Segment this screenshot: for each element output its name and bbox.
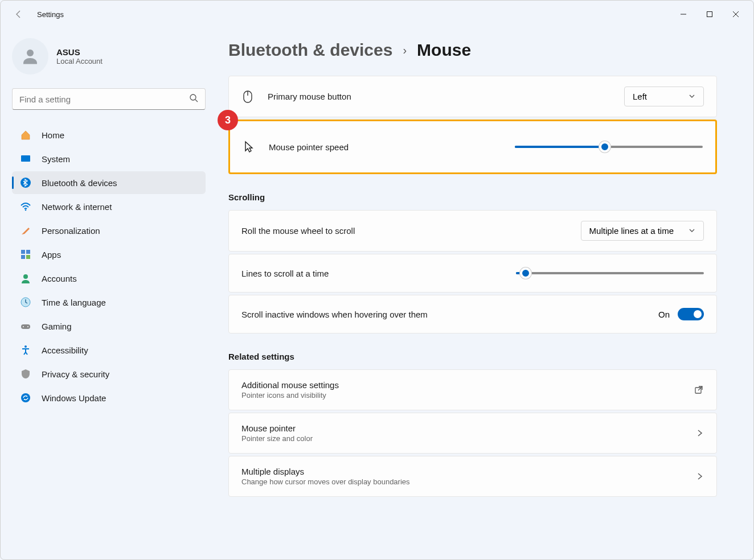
- setting-scroll-lines: Lines to scroll at a time: [228, 254, 717, 293]
- account-icon: [20, 273, 31, 284]
- link-subtitle: Pointer icons and visibility: [241, 391, 680, 400]
- nav-apps[interactable]: Apps: [12, 243, 206, 266]
- link-subtitle: Change how cursor moves over display bou…: [241, 477, 682, 486]
- search-box[interactable]: [12, 88, 206, 110]
- svg-point-16: [27, 326, 28, 327]
- breadcrumb-current: Mouse: [417, 40, 471, 60]
- profile-name: ASUS: [56, 47, 103, 57]
- setting-inactive-scroll: Scroll inactive windows when hovering ov…: [228, 295, 717, 333]
- nav-accounts[interactable]: Accounts: [12, 267, 206, 290]
- system-icon: [20, 153, 31, 164]
- dropdown-value: Left: [633, 92, 647, 101]
- search-input[interactable]: [19, 94, 189, 104]
- breadcrumb: Bluetooth & devices › Mouse: [228, 40, 717, 60]
- svg-rect-14: [21, 324, 30, 329]
- link-mouse-pointer[interactable]: Mouse pointer Pointer size and color: [228, 413, 717, 454]
- bluetooth-icon: [20, 177, 31, 188]
- close-button[interactable]: [723, 5, 749, 23]
- sidebar: ASUS Local Account Home System Bluetooth…: [1, 28, 217, 559]
- nav-label: Privacy & security: [42, 369, 109, 379]
- close-icon: [732, 11, 739, 18]
- link-title: Multiple displays: [241, 467, 682, 476]
- nav-list: Home System Bluetooth & devices Network …: [12, 123, 206, 409]
- person-icon: [20, 46, 40, 67]
- chevron-down-icon: [689, 92, 695, 101]
- nav-accessibility[interactable]: Accessibility: [12, 339, 206, 361]
- nav-label: Network & internet: [42, 202, 112, 212]
- nav-privacy[interactable]: Privacy & security: [12, 363, 206, 385]
- search-icon: [189, 93, 198, 105]
- inactive-scroll-toggle[interactable]: [678, 308, 704, 320]
- section-header-scrolling: Scrolling: [228, 192, 717, 202]
- svg-point-7: [25, 209, 27, 211]
- nav-label: Apps: [42, 250, 61, 260]
- nav-label: Time & language: [42, 298, 106, 307]
- svg-point-18: [21, 393, 30, 402]
- svg-line-4: [195, 100, 198, 102]
- cursor-icon: [243, 141, 255, 153]
- setting-label: Roll the mouse wheel to scroll: [241, 226, 567, 236]
- nav-home[interactable]: Home: [12, 123, 206, 146]
- window-title: Settings: [37, 10, 64, 19]
- highlight-box: 3 Mouse pointer speed: [228, 120, 717, 174]
- nav-bluetooth[interactable]: Bluetooth & devices: [12, 171, 206, 194]
- main-content: Bluetooth & devices › Mouse Primary mous…: [217, 28, 753, 559]
- maximize-icon: [706, 11, 713, 18]
- primary-button-dropdown[interactable]: Left: [624, 87, 704, 106]
- chevron-right-icon: [696, 429, 704, 437]
- setting-label: Primary mouse button: [268, 92, 610, 101]
- home-icon: [20, 129, 31, 141]
- annotation-badge: 3: [218, 110, 238, 130]
- nav-system[interactable]: System: [12, 147, 206, 170]
- svg-rect-8: [21, 250, 25, 254]
- setting-label: Mouse pointer speed: [269, 142, 501, 152]
- svg-point-17: [24, 345, 27, 348]
- avatar: [12, 38, 48, 75]
- svg-rect-11: [26, 255, 30, 259]
- setting-scroll-mode: Roll the mouse wheel to scroll Multiple …: [228, 210, 717, 252]
- link-additional-mouse-settings[interactable]: Additional mouse settings Pointer icons …: [228, 369, 717, 410]
- nav-update[interactable]: Windows Update: [12, 386, 206, 409]
- back-button[interactable]: [12, 7, 26, 21]
- svg-rect-1: [707, 12, 712, 17]
- slider-thumb[interactable]: [599, 141, 610, 153]
- link-title: Mouse pointer: [241, 423, 682, 433]
- nav-time[interactable]: Time & language: [12, 291, 206, 314]
- nav-personalization[interactable]: Personalization: [12, 219, 206, 242]
- profile-block[interactable]: ASUS Local Account: [12, 38, 206, 75]
- scroll-lines-slider[interactable]: [516, 267, 704, 279]
- svg-rect-10: [21, 255, 25, 259]
- nav-label: Accessibility: [42, 345, 88, 355]
- svg-point-12: [23, 274, 28, 279]
- scroll-mode-dropdown[interactable]: Multiple lines at a time: [581, 221, 704, 241]
- svg-point-2: [27, 50, 34, 56]
- nav-gaming[interactable]: Gaming: [12, 315, 206, 337]
- accessibility-icon: [20, 344, 31, 356]
- pointer-speed-slider[interactable]: [515, 141, 703, 153]
- setting-primary-button: Primary mouse button Left: [228, 76, 717, 117]
- svg-point-3: [190, 94, 196, 100]
- setting-label: Lines to scroll at a time: [241, 269, 502, 278]
- svg-point-15: [23, 326, 24, 327]
- nav-network[interactable]: Network & internet: [12, 195, 206, 218]
- minimize-button[interactable]: [670, 5, 696, 23]
- breadcrumb-parent[interactable]: Bluetooth & devices: [228, 40, 392, 60]
- section-header-related: Related settings: [228, 352, 717, 361]
- nav-label: Windows Update: [42, 393, 106, 403]
- brush-icon: [20, 225, 31, 236]
- nav-label: Bluetooth & devices: [42, 178, 117, 188]
- chevron-right-icon: ›: [403, 44, 407, 57]
- update-icon: [20, 392, 31, 403]
- link-title: Additional mouse settings: [241, 380, 680, 390]
- nav-label: Home: [42, 130, 64, 140]
- link-multiple-displays[interactable]: Multiple displays Change how cursor move…: [228, 456, 717, 497]
- nav-label: System: [42, 154, 70, 164]
- arrow-left-icon: [14, 10, 23, 19]
- nav-label: Accounts: [42, 274, 77, 283]
- svg-rect-5: [21, 155, 30, 162]
- maximize-button[interactable]: [696, 5, 723, 23]
- shield-icon: [20, 368, 31, 380]
- slider-thumb[interactable]: [520, 267, 531, 279]
- gamepad-icon: [20, 320, 31, 332]
- svg-rect-9: [26, 250, 30, 254]
